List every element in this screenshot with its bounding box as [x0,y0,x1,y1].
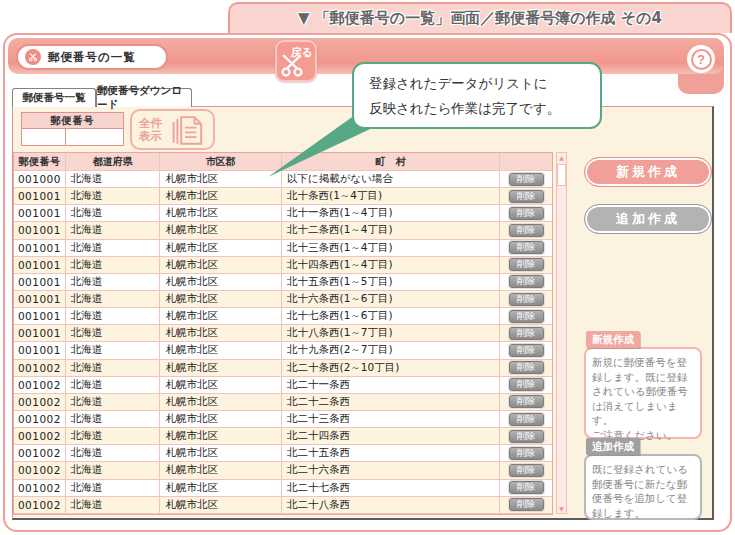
cell-delete: 削除 [500,222,552,239]
cell-postal-code: 001001 [14,291,66,308]
delete-button[interactable]: 削除 [509,173,544,186]
delete-button[interactable]: 削除 [509,275,544,288]
cell-delete: 削除 [500,342,552,359]
table-row: 001001北海道札幌市北区北十八条西(1～7丁目)削除 [14,325,552,342]
header-postal-code: 郵便番号 [14,153,66,171]
table-row: 001002北海道札幌市北区北二十三条西削除 [14,411,552,428]
scroll-down-icon[interactable]: ▼ [557,504,566,513]
page-banner: ▼ 「郵便番号の一覧」画面／郵便番号簿の作成 その4 [228,2,732,33]
cell-city: 札幌市北区 [160,222,282,239]
cell-prefecture: 北海道 [66,240,161,257]
table-row: 001002北海道札幌市北区北二十二条西削除 [14,394,552,411]
cell-delete: 削除 [500,377,552,394]
delete-button[interactable]: 削除 [509,293,544,306]
tab-postal-code-download[interactable]: 郵便番号ダウンロード [96,88,192,107]
cell-prefecture: 北海道 [66,257,161,274]
cell-town: 北十二条西(1～4丁目) [282,222,500,239]
delete-button[interactable]: 削除 [509,190,544,203]
table-scrollbar[interactable]: ▲ ▼ [556,152,567,514]
table-row: 001002北海道札幌市北区北二十五条西削除 [14,445,552,462]
delete-button[interactable]: 削除 [509,361,544,374]
cell-town: 北二十三条西 [282,411,500,428]
cell-delete: 削除 [500,274,552,291]
delete-button[interactable]: 削除 [509,481,544,494]
create-new-button[interactable]: 新規作成 [584,157,712,187]
delete-button[interactable]: 削除 [509,241,544,254]
show-all-button[interactable]: 全件表示 [130,109,215,150]
delete-button[interactable]: 削除 [509,378,544,391]
cell-prefecture: 北海道 [66,462,161,479]
delete-button[interactable]: 削除 [509,207,544,220]
cell-prefecture: 北海道 [66,308,161,325]
delete-button[interactable]: 削除 [509,258,544,271]
scissors-mini-icon [25,49,41,65]
table-row: 001001北海道札幌市北区北十六条西(1～6丁目)削除 [14,291,552,308]
delete-button[interactable]: 削除 [509,464,544,477]
cell-prefecture: 北海道 [66,480,161,497]
cell-prefecture: 北海道 [66,171,161,188]
cell-town: 北十八条西(1～7丁目) [282,325,500,342]
cell-city: 札幌市北区 [160,291,282,308]
info-tag-append: 追加作成 [586,438,640,455]
delete-button[interactable]: 削除 [509,413,544,426]
scroll-up-icon[interactable]: ▲ [557,153,566,162]
cell-postal-code: 001001 [14,205,66,222]
cell-postal-code: 001002 [14,428,66,445]
app-window: 郵便番号の一覧 戻る ? 郵便番号一覧 郵便番号ダウンロード 郵便番号 [3,33,732,532]
cell-prefecture: 北海道 [66,411,161,428]
cell-town: 北十四条西(1～4丁目) [282,257,500,274]
tab-postal-code-list[interactable]: 郵便番号一覧 [12,88,96,107]
cell-prefecture: 北海道 [66,274,161,291]
cell-town: 北二十条西(2～10丁目) [282,360,500,377]
cell-delete: 削除 [500,462,552,479]
cell-prefecture: 北海道 [66,205,161,222]
cell-town: 北十七条西(1～6丁目) [282,308,500,325]
cell-postal-code: 001002 [14,497,66,514]
cell-postal-code: 001001 [14,222,66,239]
delete-button[interactable]: 削除 [509,447,544,460]
back-button-label: 戻る [291,45,313,60]
delete-button[interactable]: 削除 [509,310,544,323]
cell-delete: 削除 [500,308,552,325]
delete-button[interactable]: 削除 [509,327,544,340]
info-box-new: 新規に郵便番号を登録します。既に登録されている郵便番号は消えてしまいます。 ご注… [584,347,702,439]
delete-button[interactable]: 削除 [509,430,544,443]
cell-city: 札幌市北区 [160,377,282,394]
cell-postal-code: 001001 [14,308,66,325]
cell-delete: 削除 [500,257,552,274]
back-button[interactable]: 戻る [275,40,317,82]
postal-code-search-box: 郵便番号 [21,112,124,146]
info-tag-new: 新規作成 [586,331,640,348]
cell-prefecture: 北海道 [66,360,161,377]
delete-button[interactable]: 削除 [509,395,544,408]
cell-prefecture: 北海道 [66,445,161,462]
cell-city: 札幌市北区 [160,257,282,274]
cell-delete: 削除 [500,445,552,462]
create-append-button[interactable]: 追加作成 [584,204,712,234]
scrollbar-thumb[interactable] [557,164,566,186]
cell-city: 札幌市北区 [160,480,282,497]
cell-city: 札幌市北区 [160,240,282,257]
cell-town: 北十九条西(2～7丁目) [282,342,500,359]
postal-code-input-2[interactable] [66,129,124,146]
cell-city: 札幌市北区 [160,360,282,377]
cell-postal-code: 001002 [14,411,66,428]
cell-delete: 削除 [500,411,552,428]
callout-bubble: 登録されたデータがリストに 反映されたら作業は完了です。 [352,62,602,129]
cell-delete: 削除 [500,171,552,188]
delete-button[interactable]: 削除 [509,498,544,511]
cell-postal-code: 001002 [14,462,66,479]
cell-city: 札幌市北区 [160,445,282,462]
cell-prefecture: 北海道 [66,394,161,411]
postal-code-input-1[interactable] [21,129,66,146]
delete-button[interactable]: 削除 [509,344,544,357]
cell-prefecture: 北海道 [66,497,161,514]
cell-delete: 削除 [500,480,552,497]
cell-prefecture: 北海道 [66,291,161,308]
delete-button[interactable]: 削除 [509,224,544,237]
cell-delete: 削除 [500,360,552,377]
cell-town: 北二十七条西 [282,480,500,497]
help-button[interactable]: ? [687,45,715,73]
cell-city: 札幌市北区 [160,462,282,479]
callout-line-2: 反映されたら作業は完了です。 [369,96,600,121]
